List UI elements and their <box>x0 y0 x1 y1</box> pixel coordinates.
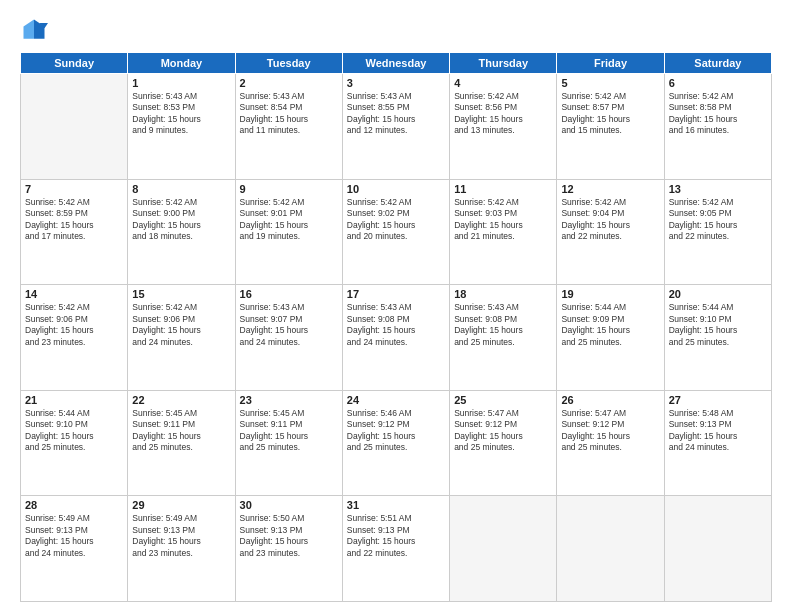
calendar-cell: 19Sunrise: 5:44 AMSunset: 9:09 PMDayligh… <box>557 285 664 391</box>
calendar-cell: 6Sunrise: 5:42 AMSunset: 8:58 PMDaylight… <box>664 74 771 180</box>
day-number: 31 <box>347 499 445 511</box>
day-number: 13 <box>669 183 767 195</box>
day-number: 2 <box>240 77 338 89</box>
day-number: 28 <box>25 499 123 511</box>
weekday-header-thursday: Thursday <box>450 53 557 74</box>
day-info: Sunrise: 5:42 AMSunset: 9:01 PMDaylight:… <box>240 197 338 243</box>
day-number: 22 <box>132 394 230 406</box>
week-row-1: 1Sunrise: 5:43 AMSunset: 8:53 PMDaylight… <box>21 74 772 180</box>
weekday-header-wednesday: Wednesday <box>342 53 449 74</box>
calendar-cell <box>557 496 664 602</box>
day-info: Sunrise: 5:42 AMSunset: 9:00 PMDaylight:… <box>132 197 230 243</box>
weekday-header-saturday: Saturday <box>664 53 771 74</box>
day-number: 20 <box>669 288 767 300</box>
day-info: Sunrise: 5:42 AMSunset: 9:04 PMDaylight:… <box>561 197 659 243</box>
day-info: Sunrise: 5:49 AMSunset: 9:13 PMDaylight:… <box>132 513 230 559</box>
day-info: Sunrise: 5:42 AMSunset: 8:59 PMDaylight:… <box>25 197 123 243</box>
calendar-cell <box>664 496 771 602</box>
calendar-cell: 24Sunrise: 5:46 AMSunset: 9:12 PMDayligh… <box>342 390 449 496</box>
calendar-cell: 5Sunrise: 5:42 AMSunset: 8:57 PMDaylight… <box>557 74 664 180</box>
day-number: 4 <box>454 77 552 89</box>
day-number: 11 <box>454 183 552 195</box>
day-info: Sunrise: 5:45 AMSunset: 9:11 PMDaylight:… <box>132 408 230 454</box>
calendar-cell: 20Sunrise: 5:44 AMSunset: 9:10 PMDayligh… <box>664 285 771 391</box>
calendar-cell: 2Sunrise: 5:43 AMSunset: 8:54 PMDaylight… <box>235 74 342 180</box>
calendar-cell: 10Sunrise: 5:42 AMSunset: 9:02 PMDayligh… <box>342 179 449 285</box>
calendar-cell: 1Sunrise: 5:43 AMSunset: 8:53 PMDaylight… <box>128 74 235 180</box>
day-info: Sunrise: 5:45 AMSunset: 9:11 PMDaylight:… <box>240 408 338 454</box>
day-number: 1 <box>132 77 230 89</box>
weekday-header-tuesday: Tuesday <box>235 53 342 74</box>
calendar-cell: 30Sunrise: 5:50 AMSunset: 9:13 PMDayligh… <box>235 496 342 602</box>
day-number: 17 <box>347 288 445 300</box>
calendar-cell <box>21 74 128 180</box>
day-info: Sunrise: 5:47 AMSunset: 9:12 PMDaylight:… <box>561 408 659 454</box>
day-info: Sunrise: 5:43 AMSunset: 8:53 PMDaylight:… <box>132 91 230 137</box>
day-info: Sunrise: 5:46 AMSunset: 9:12 PMDaylight:… <box>347 408 445 454</box>
day-info: Sunrise: 5:48 AMSunset: 9:13 PMDaylight:… <box>669 408 767 454</box>
day-number: 10 <box>347 183 445 195</box>
day-number: 27 <box>669 394 767 406</box>
day-info: Sunrise: 5:44 AMSunset: 9:10 PMDaylight:… <box>669 302 767 348</box>
svg-marker-0 <box>34 20 45 39</box>
calendar-cell <box>450 496 557 602</box>
day-number: 19 <box>561 288 659 300</box>
day-info: Sunrise: 5:49 AMSunset: 9:13 PMDaylight:… <box>25 513 123 559</box>
day-number: 23 <box>240 394 338 406</box>
page: SundayMondayTuesdayWednesdayThursdayFrid… <box>0 0 792 612</box>
day-info: Sunrise: 5:51 AMSunset: 9:13 PMDaylight:… <box>347 513 445 559</box>
day-info: Sunrise: 5:43 AMSunset: 8:54 PMDaylight:… <box>240 91 338 137</box>
day-info: Sunrise: 5:47 AMSunset: 9:12 PMDaylight:… <box>454 408 552 454</box>
calendar-cell: 31Sunrise: 5:51 AMSunset: 9:13 PMDayligh… <box>342 496 449 602</box>
day-number: 30 <box>240 499 338 511</box>
day-number: 8 <box>132 183 230 195</box>
day-info: Sunrise: 5:42 AMSunset: 8:58 PMDaylight:… <box>669 91 767 137</box>
weekday-header-sunday: Sunday <box>21 53 128 74</box>
calendar-cell: 27Sunrise: 5:48 AMSunset: 9:13 PMDayligh… <box>664 390 771 496</box>
calendar-cell: 17Sunrise: 5:43 AMSunset: 9:08 PMDayligh… <box>342 285 449 391</box>
day-info: Sunrise: 5:50 AMSunset: 9:13 PMDaylight:… <box>240 513 338 559</box>
logo <box>20 16 52 44</box>
weekday-header-row: SundayMondayTuesdayWednesdayThursdayFrid… <box>21 53 772 74</box>
week-row-2: 7Sunrise: 5:42 AMSunset: 8:59 PMDaylight… <box>21 179 772 285</box>
day-number: 12 <box>561 183 659 195</box>
week-row-5: 28Sunrise: 5:49 AMSunset: 9:13 PMDayligh… <box>21 496 772 602</box>
calendar-cell: 15Sunrise: 5:42 AMSunset: 9:06 PMDayligh… <box>128 285 235 391</box>
header <box>20 16 772 44</box>
day-number: 6 <box>669 77 767 89</box>
svg-marker-1 <box>24 20 35 39</box>
day-number: 18 <box>454 288 552 300</box>
calendar-cell: 8Sunrise: 5:42 AMSunset: 9:00 PMDaylight… <box>128 179 235 285</box>
calendar-cell: 4Sunrise: 5:42 AMSunset: 8:56 PMDaylight… <box>450 74 557 180</box>
calendar-cell: 22Sunrise: 5:45 AMSunset: 9:11 PMDayligh… <box>128 390 235 496</box>
calendar-cell: 11Sunrise: 5:42 AMSunset: 9:03 PMDayligh… <box>450 179 557 285</box>
calendar-cell: 12Sunrise: 5:42 AMSunset: 9:04 PMDayligh… <box>557 179 664 285</box>
calendar-cell: 21Sunrise: 5:44 AMSunset: 9:10 PMDayligh… <box>21 390 128 496</box>
calendar-cell: 18Sunrise: 5:43 AMSunset: 9:08 PMDayligh… <box>450 285 557 391</box>
day-number: 7 <box>25 183 123 195</box>
calendar-cell: 14Sunrise: 5:42 AMSunset: 9:06 PMDayligh… <box>21 285 128 391</box>
day-info: Sunrise: 5:42 AMSunset: 9:06 PMDaylight:… <box>25 302 123 348</box>
calendar-cell: 7Sunrise: 5:42 AMSunset: 8:59 PMDaylight… <box>21 179 128 285</box>
day-number: 9 <box>240 183 338 195</box>
day-number: 15 <box>132 288 230 300</box>
day-info: Sunrise: 5:42 AMSunset: 8:57 PMDaylight:… <box>561 91 659 137</box>
calendar-cell: 28Sunrise: 5:49 AMSunset: 9:13 PMDayligh… <box>21 496 128 602</box>
day-info: Sunrise: 5:44 AMSunset: 9:10 PMDaylight:… <box>25 408 123 454</box>
day-number: 5 <box>561 77 659 89</box>
calendar-cell: 9Sunrise: 5:42 AMSunset: 9:01 PMDaylight… <box>235 179 342 285</box>
weekday-header-monday: Monday <box>128 53 235 74</box>
calendar-cell: 16Sunrise: 5:43 AMSunset: 9:07 PMDayligh… <box>235 285 342 391</box>
week-row-4: 21Sunrise: 5:44 AMSunset: 9:10 PMDayligh… <box>21 390 772 496</box>
day-number: 14 <box>25 288 123 300</box>
day-info: Sunrise: 5:43 AMSunset: 9:08 PMDaylight:… <box>347 302 445 348</box>
day-number: 29 <box>132 499 230 511</box>
week-row-3: 14Sunrise: 5:42 AMSunset: 9:06 PMDayligh… <box>21 285 772 391</box>
day-info: Sunrise: 5:43 AMSunset: 9:07 PMDaylight:… <box>240 302 338 348</box>
day-number: 3 <box>347 77 445 89</box>
day-info: Sunrise: 5:43 AMSunset: 8:55 PMDaylight:… <box>347 91 445 137</box>
day-info: Sunrise: 5:42 AMSunset: 8:56 PMDaylight:… <box>454 91 552 137</box>
calendar-cell: 25Sunrise: 5:47 AMSunset: 9:12 PMDayligh… <box>450 390 557 496</box>
weekday-header-friday: Friday <box>557 53 664 74</box>
day-number: 21 <box>25 394 123 406</box>
